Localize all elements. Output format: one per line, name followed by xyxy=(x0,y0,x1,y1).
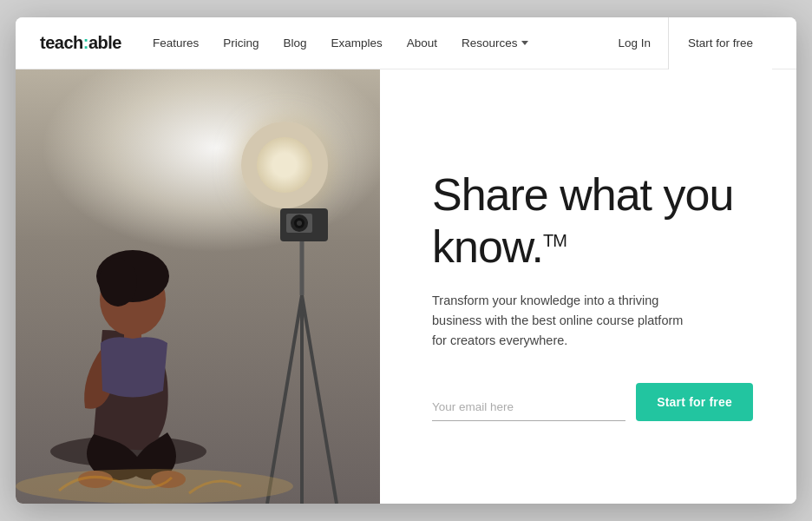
start-free-button-hero[interactable]: Start for free xyxy=(636,383,753,421)
hero-section: Share what you know.TM Transform your kn… xyxy=(16,69,796,504)
nav-item-features[interactable]: Features xyxy=(153,36,199,49)
nav-item-resources[interactable]: Resources xyxy=(462,36,528,49)
nav-item-examples[interactable]: Examples xyxy=(331,36,383,49)
ring-light-prop xyxy=(241,122,328,208)
hero-content: Share what you know.TM Transform your kn… xyxy=(380,69,796,504)
browser-window: teach:able Features Pricing Blog Example… xyxy=(16,17,796,504)
floor-mat xyxy=(16,434,380,504)
navbar: teach:able Features Pricing Blog Example… xyxy=(16,17,796,69)
hero-title: Share what you know.TM xyxy=(432,169,753,274)
trademark-symbol: TM xyxy=(543,231,566,250)
svg-point-15 xyxy=(297,221,302,226)
logo-colon: : xyxy=(83,33,88,52)
svg-point-3 xyxy=(99,258,137,307)
hero-description: Transform your knowledge into a thriving… xyxy=(432,291,692,352)
chevron-down-icon xyxy=(521,41,528,45)
logo[interactable]: teach:able xyxy=(40,33,121,53)
hero-image xyxy=(16,69,380,504)
nav-right: Log In Start for free xyxy=(600,17,772,69)
hero-form: Start for free xyxy=(432,383,753,421)
nav-links: Features Pricing Blog Examples About Res… xyxy=(153,36,600,49)
resources-label: Resources xyxy=(462,36,518,49)
nav-item-blog[interactable]: Blog xyxy=(284,36,307,49)
email-input-wrap xyxy=(432,393,625,421)
nav-item-pricing[interactable]: Pricing xyxy=(223,36,259,49)
start-free-button-nav[interactable]: Start for free xyxy=(668,17,772,69)
login-button[interactable]: Log In xyxy=(600,30,668,56)
email-input[interactable] xyxy=(432,393,625,421)
nav-item-about[interactable]: About xyxy=(407,36,437,49)
